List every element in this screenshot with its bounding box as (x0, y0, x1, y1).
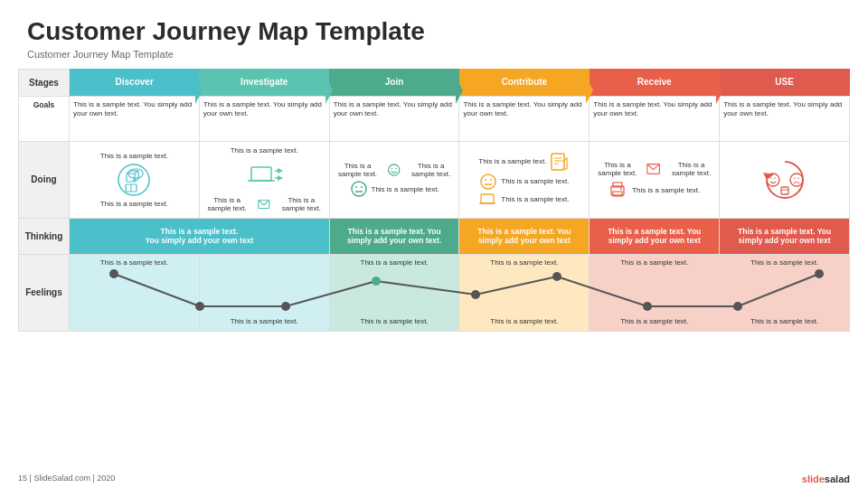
footer-site: SlideSalad.com (33, 474, 90, 483)
svg-point-18 (355, 186, 357, 188)
goals-join: This is a sample text. You simply add yo… (329, 96, 459, 141)
journey-map-table: Stages Discover Investigate (18, 69, 850, 332)
svg-rect-21 (552, 154, 564, 170)
thinking-contribute: This is a sample text. You simply add yo… (459, 218, 590, 254)
feelings-discover: This is a sample text. (70, 254, 200, 331)
investigate-doing-icon (244, 156, 284, 194)
doing-discover: This is a sample text. (70, 141, 200, 218)
slide: Customer Journey Map Template Customer J… (0, 0, 868, 488)
thinking-use: This is a sample text. You simply add yo… (720, 218, 850, 254)
doing-receive: This is a sample text. This is a sample … (590, 141, 720, 218)
goals-contribute: This is a sample text. You simply add yo… (459, 96, 590, 141)
use-cycle-icon (761, 156, 808, 203)
svg-point-42 (797, 177, 799, 179)
goals-use: This is a sample text. You simply add yo… (720, 96, 850, 141)
svg-point-40 (790, 174, 803, 186)
feelings-investigate: This is a sample text. (199, 254, 329, 331)
stage-header-row: Stages Discover Investigate (19, 69, 850, 96)
svg-point-26 (485, 179, 486, 181)
page-number: 15 (18, 474, 27, 483)
svg-point-16 (396, 168, 398, 170)
stage-use: USE (720, 69, 850, 96)
goals-label: Goals (19, 96, 70, 141)
svg-rect-9 (251, 167, 271, 181)
doing-use (720, 141, 850, 218)
svg-rect-43 (781, 187, 788, 194)
feelings-use: This is a sample text. This is a sample … (720, 254, 850, 331)
goals-discover: This is a sample text. You simply add yo… (70, 96, 200, 141)
footer-year: 2020 (97, 474, 115, 483)
thinking-join: This is a sample text. You simply add yo… (329, 218, 459, 254)
doing-investigate: This is a sample text. (199, 141, 329, 218)
footer-logo: slidesalad (802, 474, 850, 484)
contribute-laptop-icon (479, 192, 497, 207)
table-wrapper: Stages Discover Investigate (0, 69, 868, 331)
thinking-row: Thinking This is a sample text. You simp… (19, 218, 850, 254)
receive-envelope-icon (646, 160, 662, 178)
feelings-receive: This is a sample text. This is a sample … (590, 254, 720, 331)
footer-page-info: 15 | SlideSalad.com | 2020 (18, 474, 115, 484)
contribute-doc-icon (550, 153, 570, 171)
svg-point-19 (361, 186, 363, 188)
investigate-envelope-icon (258, 198, 270, 211)
stage-join: Join (329, 69, 459, 96)
stage-contribute: Contribute (459, 69, 590, 96)
join-neutral-icon (350, 181, 368, 197)
doing-contribute: This is a sample text. (459, 141, 590, 218)
svg-rect-29 (481, 194, 494, 203)
thinking-label: Thinking (19, 218, 70, 254)
feelings-row: Feelings This is a sample text. This is … (19, 254, 850, 331)
svg-point-25 (481, 174, 495, 189)
goals-investigate: This is a sample text. You simply add yo… (199, 96, 329, 141)
goals-receive: This is a sample text. You simply add yo… (590, 96, 720, 141)
footer: 15 | SlideSalad.com | 2020 slidesalad (0, 474, 868, 484)
header: Customer Journey Map Template Customer J… (0, 0, 868, 63)
svg-point-37 (767, 174, 779, 186)
feelings-join: This is a sample text. This is a sample … (329, 254, 459, 331)
stages-label: Stages (19, 69, 70, 96)
feelings-label: Feelings (19, 254, 70, 331)
svg-point-15 (392, 168, 393, 170)
contribute-smiley2-icon (479, 174, 497, 190)
doing-label: Doing (19, 141, 70, 218)
svg-point-41 (794, 177, 796, 179)
svg-point-39 (774, 177, 776, 179)
discover-doing-icon (114, 162, 154, 198)
stage-receive: Receive (590, 69, 720, 96)
svg-point-35 (620, 188, 622, 190)
receive-printer-icon (609, 181, 628, 199)
goals-row: Goals This is a sample text. You simply … (19, 96, 850, 141)
svg-point-27 (490, 179, 492, 181)
stage-investigate: Investigate (199, 69, 329, 96)
join-smiley-icon (387, 162, 401, 178)
sub-title: Customer Journey Map Template (27, 49, 841, 60)
svg-point-14 (389, 164, 400, 175)
doing-row: Doing This is a sample text. (19, 141, 850, 218)
svg-point-17 (352, 182, 366, 196)
feelings-contribute: This is a sample text. This is a sample … (459, 254, 590, 331)
thinking-receive: This is a sample text. You simply add yo… (590, 218, 720, 254)
doing-join: This is a sample text. This is a sample … (329, 141, 459, 218)
thinking-discover-investigate: This is a sample text. You simply add yo… (70, 218, 330, 254)
main-title: Customer Journey Map Template (27, 16, 841, 47)
svg-point-38 (770, 177, 772, 179)
stage-discover: Discover (70, 69, 200, 96)
